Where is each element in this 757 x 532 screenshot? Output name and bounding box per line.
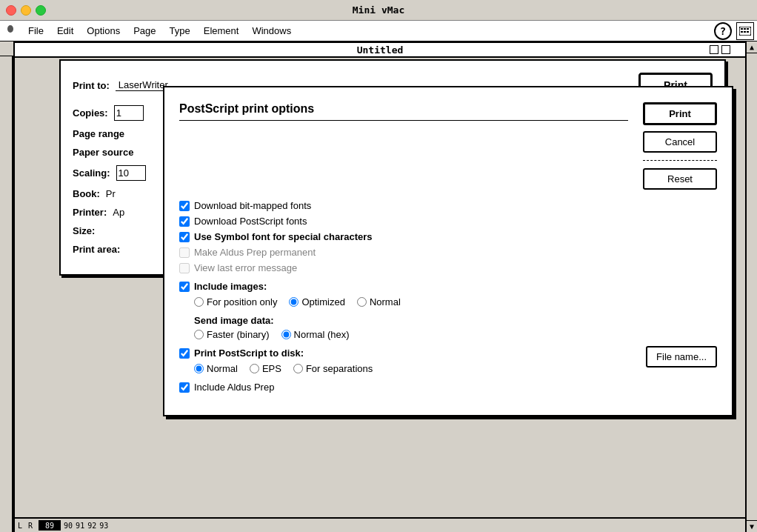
radio-faster-label: Faster (binary) (207, 329, 270, 340)
close-button[interactable] (6, 5, 16, 16)
radio-eps-item: EPS (250, 363, 281, 374)
apple-icon[interactable] (3, 24, 18, 39)
cb-symbol-font-label: Use Symbol font for special characters (194, 231, 373, 242)
title-bar: Mini vMac (0, 0, 757, 21)
send-image-section: Send image data: Faster (binary) Normal … (179, 315, 717, 340)
cb-error-msg[interactable] (179, 263, 190, 273)
doc-control-2[interactable] (721, 45, 730, 54)
radio-for-position[interactable] (194, 297, 204, 307)
cb-aldus-prep-row: Make Aldus Prep permanent (179, 247, 717, 258)
radio-normal-hex-item: Normal (hex) (281, 329, 350, 340)
include-aldus-section: Include Aldus Prep (179, 382, 717, 393)
file-name-button[interactable]: File name... (646, 346, 717, 368)
scroll-down-arrow[interactable]: ▼ (746, 520, 757, 532)
cb-include-aldus-label: Include Aldus Prep (194, 382, 274, 393)
menu-page[interactable]: Page (127, 24, 161, 38)
include-images-options: For position only Optimized Normal (194, 296, 717, 307)
help-button[interactable]: ? (714, 22, 732, 40)
radio-eps[interactable] (250, 364, 259, 373)
ps-cancel-button[interactable]: Cancel (643, 131, 717, 153)
radio-normal-img-label: Normal (370, 296, 401, 307)
cb-symbol-font[interactable] (179, 232, 190, 242)
minimize-button[interactable] (21, 5, 31, 16)
cb-error-msg-row: View last error message (179, 262, 717, 273)
scaling-label: Scaling: (73, 167, 110, 179)
print-ps-disk-options: Normal EPS For separations (194, 363, 717, 374)
print-area-label: Print area: (73, 244, 120, 255)
radio-normal-disk[interactable] (194, 364, 204, 373)
menu-windows[interactable]: Windows (246, 24, 297, 38)
radio-eps-label: EPS (262, 363, 281, 374)
cb-aldus-prep[interactable] (179, 247, 190, 258)
cb-include-aldus[interactable] (179, 382, 190, 393)
radio-normal-hex[interactable] (281, 330, 291, 339)
radio-for-separations-label: For separations (306, 363, 373, 374)
book-value: Pr (106, 188, 116, 199)
page-range-label: Page range (73, 128, 124, 139)
radio-normal-disk-label: Normal (207, 363, 238, 374)
radio-normal-hex-label: Normal (hex) (294, 329, 350, 340)
ruler-num-91: 91 (76, 522, 84, 530)
radio-for-position-item: For position only (194, 296, 277, 307)
radio-optimized[interactable] (289, 297, 299, 307)
radio-normal[interactable] (357, 297, 367, 307)
ps-checkboxes-section: Download bit-mapped fonts Download PostS… (179, 200, 717, 273)
cb-print-ps-disk-label: Print PostScript to disk: (194, 348, 304, 359)
mode-l: L (18, 522, 22, 530)
window-controls[interactable] (6, 5, 46, 16)
maximize-button[interactable] (36, 5, 46, 16)
mode-r: R (28, 522, 33, 530)
radio-faster[interactable] (194, 330, 204, 339)
scaling-input[interactable] (116, 165, 146, 181)
doc-control-1[interactable] (710, 45, 718, 54)
cb-print-ps-disk[interactable] (179, 348, 190, 359)
content-area: Untitled Print to: LaserWriter Print Cop… (15, 41, 745, 532)
cb-include-images-row: Include images: (179, 281, 717, 292)
cb-download-bitmap-label: Download bit-mapped fonts (194, 200, 311, 211)
menu-file[interactable]: File (22, 24, 50, 38)
left-ruler (0, 41, 15, 532)
ps-dialog: PostScript print options Print Cancel Re… (163, 86, 733, 416)
ps-reset-button[interactable]: Reset (643, 168, 717, 190)
menu-type[interactable]: Type (164, 24, 196, 38)
cb-download-bitmap-row: Download bit-mapped fonts (179, 200, 717, 211)
cb-symbol-font-row: Use Symbol font for special characters (179, 231, 717, 242)
ps-print-button[interactable]: Print (643, 102, 717, 125)
cb-download-ps-row: Download PostScript fonts (179, 216, 717, 227)
radio-normal-disk-item: Normal (194, 363, 238, 374)
main-area: Untitled Print to: LaserWriter Print Cop… (0, 41, 757, 532)
send-image-label-row: Send image data: (179, 315, 717, 326)
cb-download-ps-label: Download PostScript fonts (194, 216, 307, 227)
print-to-label: Print to: (73, 80, 110, 91)
svg-rect-1 (10, 26, 11, 28)
cb-download-ps[interactable] (179, 216, 190, 227)
doc-title: Untitled (357, 44, 404, 56)
cb-error-msg-label: View last error message (194, 262, 297, 273)
page-indicator: 89 (39, 520, 61, 531)
copies-input[interactable] (114, 105, 144, 121)
radio-for-separations[interactable] (293, 364, 303, 373)
include-images-section: Include images: For position only Optimi… (179, 281, 717, 307)
svg-rect-3 (741, 28, 743, 30)
doc-title-bar: Untitled (15, 41, 745, 58)
cb-include-images[interactable] (179, 282, 190, 292)
cb-download-bitmap[interactable] (179, 201, 190, 211)
radio-for-position-label: For position only (207, 296, 277, 307)
menu-options[interactable]: Options (81, 24, 126, 38)
right-scrollbar[interactable]: ▲ ▼ (745, 41, 757, 532)
svg-rect-8 (747, 31, 749, 33)
menu-edit[interactable]: Edit (51, 24, 79, 38)
cb-include-images-label: Include images: (194, 281, 267, 292)
radio-faster-item: Faster (binary) (194, 329, 270, 340)
keyboard-button[interactable] (736, 22, 754, 40)
ps-dialog-title: PostScript print options (179, 102, 628, 121)
bottom-ruler: L R 89 90 91 92 93 (15, 517, 745, 532)
book-label: Book: (73, 188, 100, 199)
window-title: Mini vMac (353, 4, 404, 16)
menu-element[interactable]: Element (198, 24, 245, 38)
copies-label: Copies: (73, 107, 108, 119)
size-label: Size: (73, 225, 95, 236)
scroll-up-arrow[interactable]: ▲ (746, 41, 757, 53)
svg-rect-6 (741, 31, 743, 33)
print-ps-disk-section: Print PostScript to disk: File name... N… (179, 348, 717, 374)
